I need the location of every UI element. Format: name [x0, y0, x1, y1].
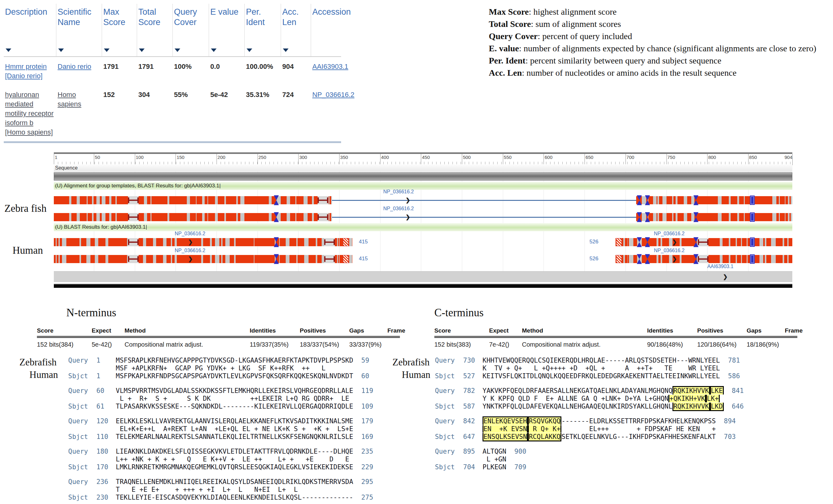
truncation-hatch-icon	[616, 255, 622, 263]
stats-value: 90/186(48%)	[647, 341, 697, 348]
sort-arrow-icon[interactable]	[211, 48, 217, 52]
sort-arrow-icon[interactable]	[58, 48, 64, 52]
stats-column-header: Expect	[92, 327, 124, 334]
stats-value	[387, 341, 400, 348]
stats-column-header: Frame	[387, 327, 400, 334]
accession-link[interactable]: AAI63903.1	[312, 63, 348, 70]
column-header[interactable]: Max Score	[102, 4, 137, 56]
query-accession-label: AAI63903.1	[707, 264, 734, 269]
column-header[interactable]: Query Cover	[173, 4, 209, 56]
gap-connector	[324, 255, 335, 263]
table-cell: 724	[281, 85, 311, 141]
alignment-bar[interactable]	[54, 196, 332, 204]
alignment-block: Query180LIEAKNKLDAKDKELSFLQISSEGKVKVLETD…	[68, 448, 373, 471]
table-row: Hmmr protein [Danio rerio]Danio rerio179…	[4, 57, 341, 85]
group-alignment-header[interactable]: (U) Alignment for group templates, BLAST…	[54, 182, 792, 190]
stats-column-header: Identities	[647, 327, 697, 334]
sequence-viewer[interactable]: 1501001502002503003504004505005506006507…	[54, 152, 792, 288]
alignment-block: Query120EELKKLESKLLVAVREKTGLAANVISLERQLA…	[68, 417, 373, 441]
truncation-hatch-icon	[343, 238, 349, 246]
legend-item: Acc. Len: number of nucleotides or amino…	[489, 67, 829, 79]
table-cell: 35.31%	[245, 85, 281, 141]
zebrafish-alignment-track-1[interactable]: ❯NP_036616.2	[54, 195, 792, 205]
description-link[interactable]: hyaluronan mediated motility receptor is…	[5, 91, 53, 136]
stats-column-header: Gaps	[349, 327, 387, 334]
sequence-track-bar[interactable]	[54, 172, 792, 181]
np-accession-label: NP_036616.2	[654, 248, 685, 254]
gap-connector	[128, 238, 139, 246]
np-accession-label: NP_036616.2	[174, 248, 205, 254]
zebrafish-alignment-track-2[interactable]: ❯NP_036616.2	[54, 212, 792, 222]
sort-arrow-icon[interactable]	[104, 48, 110, 52]
column-header: Accession	[311, 4, 341, 56]
stats-value: 152 bits(384)	[37, 341, 92, 348]
strand-arrow-icon: ❯	[188, 238, 193, 246]
np-accession-label: NP_036616.2	[383, 189, 414, 195]
strand-arrow-icon: ❯	[188, 255, 193, 263]
intron-bowtie-icon	[693, 195, 698, 206]
alignment-bar[interactable]	[636, 213, 792, 221]
feature-block-icon	[750, 254, 755, 264]
accession-link[interactable]: NP_036616.2	[312, 91, 355, 99]
stats-value: 33/337(9%)	[349, 341, 387, 348]
table-cell: 1791	[102, 57, 137, 85]
alignment-bar[interactable]	[54, 238, 352, 246]
np-accession-label: NP_036616.2	[654, 231, 685, 237]
intron-bowtie-icon	[693, 237, 698, 247]
cterm-alignment: Query730KHHTVEWQQERQQLCSQIEKERQDLHRQLAE-…	[435, 357, 744, 478]
alignment-bar[interactable]	[54, 213, 332, 221]
intron-bowtie-icon	[274, 237, 279, 247]
intron-bowtie-icon	[274, 212, 279, 222]
legend-item: Per. Ident: percent similarity between q…	[489, 54, 829, 67]
sort-arrow-icon[interactable]	[174, 48, 180, 52]
sort-arrow-icon[interactable]	[139, 48, 145, 52]
column-header[interactable]: Scientific Name	[56, 4, 102, 56]
human-alignment-track-1[interactable]: ❯❯NP_036616.2NP_036616.2415526	[54, 237, 792, 247]
alignment-bar[interactable]	[54, 255, 352, 263]
table-cell: 5e-42	[209, 85, 245, 141]
intron-bowtie-icon	[693, 212, 698, 222]
feature-block-icon	[750, 195, 755, 205]
query-track-bar[interactable]: ❯	[54, 271, 792, 282]
np-accession-label: NP_036616.2	[174, 231, 205, 237]
stats-value: Compositional matrix adjust.	[522, 341, 647, 348]
cterm-zebrafish-label: Zebrafish	[392, 357, 430, 368]
hsp-end-position: 415	[359, 239, 368, 245]
column-header[interactable]: Acc. Len	[281, 4, 311, 56]
alignment-bar[interactable]	[636, 196, 792, 204]
sort-arrow-icon[interactable]	[6, 48, 11, 52]
column-header[interactable]: Per. Ident	[245, 4, 281, 56]
gap-connector	[324, 238, 335, 246]
human-track-label: Human	[13, 245, 43, 256]
human-alignment-track-2[interactable]: ❯❯NP_036616.2NP_036616.2415526	[54, 254, 792, 264]
gap-connector	[698, 255, 709, 263]
stats-value	[785, 341, 797, 348]
column-header[interactable]: E value	[209, 4, 245, 56]
intron-bowtie-icon	[637, 237, 642, 247]
intron-bowtie-icon	[637, 195, 642, 206]
intron-bowtie-icon	[274, 254, 279, 264]
scientific-name-link[interactable]: Danio rerio	[57, 63, 91, 70]
feature-block-icon	[750, 212, 755, 222]
viewer-scrollbar[interactable]	[54, 284, 792, 288]
sort-arrow-icon[interactable]	[246, 48, 252, 52]
stats-value: 7e-42()	[489, 341, 522, 348]
feature-block-icon	[750, 237, 755, 247]
connector-line	[332, 217, 636, 218]
nterm-human-label: Human	[29, 369, 58, 380]
description-link[interactable]: Hmmr protein [Danio rerio]	[5, 63, 47, 80]
results-table: DescriptionScientific NameMax ScoreTotal…	[4, 4, 341, 143]
intron-bowtie-icon	[637, 254, 642, 264]
scientific-name-link[interactable]: Homo sapiens	[57, 91, 81, 108]
legend-item: Query Cover: percent of query included	[489, 30, 829, 42]
legend-item: E. value: number of alignments expected …	[489, 42, 829, 54]
column-header[interactable]: Description	[4, 4, 56, 56]
blast-results-header[interactable]: (U) BLAST Results for: gb|AAI63903.1|	[54, 223, 792, 231]
stats-column-header: Expect	[489, 327, 522, 334]
column-header[interactable]: Total Score	[137, 4, 173, 56]
gap-connector	[128, 196, 139, 204]
nterm-zebrafish-label: Zebrafish	[19, 357, 57, 368]
truncation-hatch-icon	[616, 238, 622, 246]
table-cell: 904	[281, 57, 311, 85]
sort-arrow-icon[interactable]	[283, 48, 288, 52]
